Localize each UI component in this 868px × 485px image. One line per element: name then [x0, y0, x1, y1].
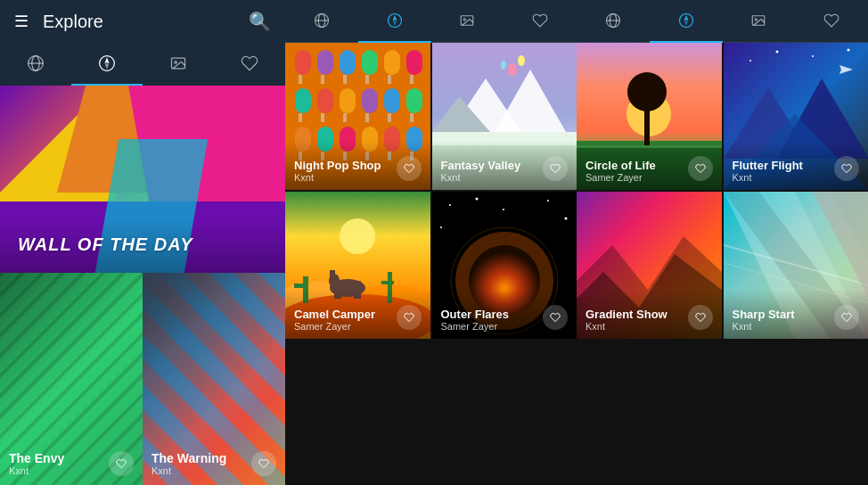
night-pop-shop-title: Night Pop Shop: [294, 159, 381, 172]
svg-rect-17: [299, 75, 302, 84]
svg-rect-38: [406, 88, 422, 113]
svg-rect-30: [317, 88, 333, 113]
gradient-show-heart-button[interactable]: [688, 305, 713, 330]
wall-of-day[interactable]: WALL OF THE DAY: [0, 86, 285, 273]
wallpaper-circle-of-life[interactable]: Circle of Life Samer Zayer: [577, 43, 722, 190]
sharp-start-author: Kxnt: [733, 321, 795, 332]
svg-rect-24: [384, 50, 400, 75]
middle-tab-compass[interactable]: [358, 0, 431, 43]
tab-compass[interactable]: [71, 43, 143, 86]
svg-rect-35: [365, 113, 369, 122]
tab-heart[interactable]: [214, 43, 285, 86]
svg-rect-21: [343, 75, 347, 84]
wallpaper-sharp-start[interactable]: Sharp Start Kxnt: [724, 192, 869, 339]
gradient-show-author: Kxnt: [585, 321, 667, 332]
svg-point-15: [464, 19, 466, 21]
svg-point-81: [440, 226, 442, 228]
right-tab-image[interactable]: [723, 0, 796, 43]
svg-point-76: [449, 204, 451, 206]
svg-rect-26: [406, 50, 422, 75]
svg-rect-36: [384, 88, 400, 113]
outer-flares-text: Outer Flares Samer Zayer: [441, 308, 510, 332]
svg-point-58: [508, 63, 517, 76]
outer-flares-title: Outer Flares: [441, 308, 510, 321]
svg-rect-32: [340, 88, 356, 113]
svg-point-60: [501, 61, 506, 70]
svg-rect-70: [330, 270, 335, 283]
fantasy-valley-author: Kxnt: [441, 172, 521, 183]
middle-tab-heart[interactable]: [504, 0, 577, 43]
svg-rect-34: [362, 88, 378, 113]
svg-marker-12: [392, 15, 397, 21]
svg-rect-39: [410, 113, 414, 122]
svg-point-59: [518, 55, 525, 66]
sharp-start-info: Sharp Start Kxnt: [724, 290, 869, 339]
sharp-start-heart-button[interactable]: [834, 305, 859, 330]
middle-tab-globe[interactable]: [285, 0, 358, 43]
middle-panel-tabs: [285, 0, 577, 43]
tab-image[interactable]: [143, 43, 214, 86]
search-icon[interactable]: 🔍: [249, 11, 271, 32]
camel-camper-heart-button[interactable]: [397, 305, 422, 330]
middle-tab-image[interactable]: [431, 0, 504, 43]
wallpaper-flutter-flight[interactable]: Flutter Flight Kxnt: [724, 43, 869, 190]
svg-point-92: [756, 19, 757, 21]
the-warning-author: Kxnt: [151, 465, 226, 476]
svg-point-104: [749, 60, 751, 62]
svg-rect-19: [321, 75, 324, 84]
the-warning-label: The Warning Kxnt: [151, 451, 226, 476]
svg-point-98: [627, 72, 667, 111]
left-header: ☰ Explore 🔍: [0, 0, 285, 43]
middle-grid: Night Pop Shop Kxnt: [285, 43, 577, 339]
wallpaper-camel-camper[interactable]: Camel Camper Samer Zayer: [285, 192, 430, 339]
the-warning-heart-button[interactable]: [251, 451, 276, 476]
sharp-start-title: Sharp Start: [733, 308, 795, 321]
svg-rect-25: [388, 75, 391, 84]
outer-flares-info: Outer Flares Samer Zayer: [432, 290, 577, 339]
left-panel: ☰ Explore 🔍: [0, 0, 285, 485]
camel-camper-author: Samer Zayer: [294, 321, 375, 332]
page-title: Explore: [43, 12, 103, 32]
wallpaper-outer-flares[interactable]: Outer Flares Samer Zayer: [432, 192, 577, 339]
flutter-flight-heart-button[interactable]: [834, 156, 859, 181]
wallpaper-the-envy[interactable]: The Envy Kxnt: [0, 273, 143, 485]
flutter-flight-info: Flutter Flight Kxnt: [724, 141, 869, 190]
night-pop-shop-heart-button[interactable]: [397, 156, 422, 181]
circle-of-life-title: Circle of Life: [585, 159, 656, 172]
fantasy-valley-info: Fantasy Valley Kxnt: [432, 141, 577, 190]
fantasy-valley-heart-button[interactable]: [543, 156, 568, 181]
flutter-flight-author: Kxnt: [733, 172, 803, 183]
gradient-show-text: Gradient Show Kxnt: [585, 308, 667, 332]
svg-marker-4: [105, 57, 110, 63]
right-panel: Circle of Life Samer Zayer: [577, 0, 868, 485]
the-envy-heart-button[interactable]: [109, 451, 134, 476]
svg-rect-20: [340, 50, 356, 75]
right-tab-heart[interactable]: [795, 0, 868, 43]
left-bottom-grid: The Envy Kxnt The Warning Kxnt: [0, 273, 285, 485]
circle-of-life-text: Circle of Life Samer Zayer: [585, 159, 656, 183]
svg-point-79: [547, 200, 549, 201]
right-tab-globe[interactable]: [577, 0, 650, 43]
menu-icon[interactable]: ☰: [14, 13, 29, 29]
outer-flares-heart-button[interactable]: [543, 305, 568, 330]
the-envy-label: The Envy Kxnt: [9, 451, 64, 476]
the-warning-title: The Warning: [151, 451, 226, 465]
wallpaper-fantasy-valley[interactable]: Fantasy Valley Kxnt: [432, 43, 577, 190]
svg-point-62: [340, 218, 375, 254]
wallpaper-gradient-show[interactable]: Gradient Show Kxnt: [577, 192, 722, 339]
svg-point-107: [847, 49, 849, 52]
wallpaper-the-warning[interactable]: The Warning Kxnt: [143, 273, 285, 485]
tab-globe[interactable]: [0, 43, 71, 86]
flutter-flight-title: Flutter Flight: [733, 159, 803, 172]
svg-rect-37: [388, 113, 391, 122]
right-panel-tabs: [577, 0, 868, 43]
right-grid: Circle of Life Samer Zayer: [577, 43, 868, 339]
svg-rect-29: [299, 113, 302, 122]
the-envy-title: The Envy: [9, 451, 64, 465]
circle-of-life-heart-button[interactable]: [688, 156, 713, 181]
wallpaper-night-pop-shop[interactable]: Night Pop Shop Kxnt: [285, 43, 430, 190]
outer-flares-author: Samer Zayer: [441, 321, 510, 332]
right-tab-compass[interactable]: [650, 0, 723, 43]
flutter-flight-text: Flutter Flight Kxnt: [733, 159, 803, 183]
svg-rect-22: [362, 50, 378, 75]
